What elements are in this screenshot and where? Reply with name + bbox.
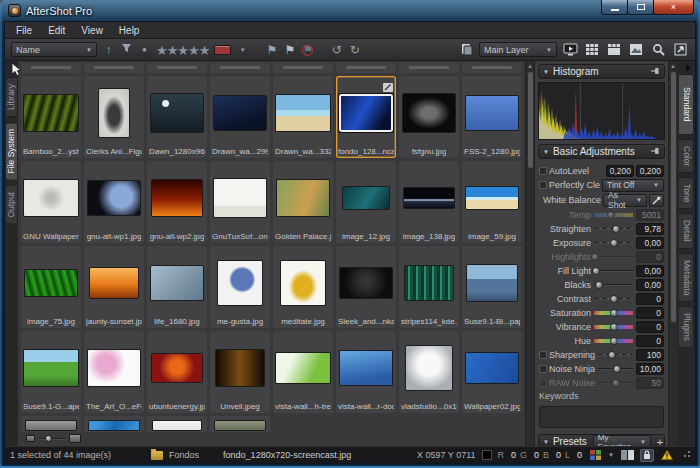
title-bar[interactable]: AfterShot Pro × [4, 0, 696, 21]
star-icon[interactable]: ★ [199, 43, 210, 58]
dual-image-icon[interactable] [620, 449, 634, 462]
contrast-slider[interactable] [593, 294, 634, 304]
presets-filter-dropdown[interactable]: My Favorites ▼ [593, 435, 651, 446]
thumbnail-cell[interactable]: fondo_128...ncast.jpg [336, 76, 396, 158]
thumbnail-cell[interactable]: image_75.jpg [21, 246, 81, 328]
magnifier-icon[interactable] [649, 41, 667, 58]
fill-light-slider-thumb[interactable] [592, 267, 600, 275]
thumbnail-cell[interactable]: Clerks Ani...Figure.jpg [84, 76, 144, 158]
raw-noise-slider[interactable] [597, 378, 634, 388]
menu-edit[interactable]: Edit [40, 24, 73, 37]
thumbnail-cell-partial[interactable] [273, 63, 333, 73]
right-tab-metadata[interactable]: Metadata [679, 253, 694, 302]
vibrance-slider[interactable] [593, 322, 634, 332]
basic-adjustments-header[interactable]: ▼ Basic Adjustments [538, 144, 665, 159]
saturation-slider[interactable] [593, 308, 634, 318]
thumbnail-zoom-control[interactable] [26, 434, 81, 443]
sort-by-dropdown[interactable]: Name ▼ [11, 42, 97, 57]
perfectly-clear-checkbox[interactable] [539, 181, 547, 189]
resize-grip[interactable] [682, 451, 690, 459]
highlights-slider-thumb[interactable] [591, 253, 599, 261]
thumbnail-view-icon[interactable] [583, 41, 601, 58]
sharpening-slider[interactable] [597, 350, 634, 360]
temp-slider[interactable] [593, 210, 634, 220]
thumbnail-cell[interactable]: image_138.jpg [399, 161, 459, 243]
slideshow-icon[interactable] [561, 41, 579, 58]
right-tab-color[interactable]: Color [679, 139, 694, 173]
maximize-button[interactable] [627, 0, 654, 15]
fill-light-slider[interactable] [593, 266, 634, 276]
checkered-flag-icon[interactable]: ⚑ [283, 44, 296, 56]
thumbnail-cell-partial[interactable] [84, 416, 144, 432]
thumbnail-cell-partial[interactable] [462, 63, 522, 73]
star-icon[interactable]: ★ [167, 43, 178, 58]
straighten-value[interactable]: 9,78 [636, 223, 664, 235]
highlights-value[interactable]: 0 [636, 251, 664, 263]
thumbnail-cell[interactable]: Drawn_wa...332_.jpg [273, 76, 333, 158]
noise-ninja-slider-thumb[interactable] [613, 365, 621, 373]
color-label-chevron-icon[interactable]: ▼ [236, 44, 249, 56]
menu-file[interactable]: File [8, 24, 40, 37]
thumbnail-cell-partial[interactable] [21, 63, 81, 73]
left-tab-file-system[interactable]: File System [6, 122, 18, 180]
noise-ninja-value[interactable]: 10,00 [636, 363, 664, 375]
sharpening-slider-thumb[interactable] [608, 351, 616, 359]
hue-value[interactable]: 0 [636, 335, 664, 347]
star-icon[interactable]: ★ [177, 43, 188, 58]
thumbnail-cell[interactable]: me-gusta.jpg [210, 246, 270, 328]
thumbnail-cell-partial[interactable] [21, 416, 81, 432]
menu-view[interactable]: View [73, 24, 111, 37]
right-panel-collapse-arrow[interactable] [686, 64, 691, 72]
noise-ninja-slider[interactable] [597, 364, 634, 374]
temp-value[interactable]: 5001 [636, 209, 664, 221]
color-management-icon[interactable] [588, 449, 602, 462]
thumbnail-cell[interactable]: vista-wall...h-tree.jpg [273, 331, 333, 413]
panel-scrollbar-thumb[interactable] [671, 72, 676, 322]
raw-noise-checkbox[interactable] [539, 379, 547, 387]
white-balance-dropdown[interactable]: As Shot ▼ [603, 194, 647, 207]
contrast-value[interactable]: 0 [636, 293, 664, 305]
pin-icon[interactable] [651, 146, 660, 157]
left-tab-output[interactable]: Output [6, 185, 18, 225]
thumbnail-cell-partial[interactable] [147, 416, 207, 432]
presets-header[interactable]: ▼ Presets My Favorites ▼ + [538, 434, 665, 446]
thumbnail-cell[interactable]: Suse9.1-Bl...papers.jpg [462, 246, 522, 328]
star-rating[interactable]: ★★★★★ [156, 41, 209, 59]
collapse-icon[interactable]: ▼ [543, 69, 549, 75]
layer-select-dropdown[interactable]: Main Layer ▼ [479, 42, 557, 57]
zoom-slider-thumb[interactable] [45, 435, 52, 442]
sort-ascending-icon[interactable]: ↑ [102, 44, 115, 56]
star-icon[interactable]: ★ [188, 43, 199, 58]
thumbnail-cell[interactable]: ubuntuenergy.jpg [147, 331, 207, 413]
thumbnail-cell[interactable]: GnuTuxSof...on-v1.jpg [210, 161, 270, 243]
color-label-swatch[interactable] [214, 45, 231, 55]
raw-noise-value[interactable]: 50 [636, 377, 664, 389]
flag-icon[interactable]: ⚑ [265, 44, 278, 56]
thumbnail-cell[interactable]: fsfgnu.jpg [399, 76, 459, 158]
blacks-slider[interactable] [593, 280, 634, 290]
thumbnail-cell[interactable]: GNU Wallpaper 2.jpg [21, 161, 81, 243]
panel-scrollbar[interactable]: ▲ [668, 61, 677, 446]
right-tab-detail[interactable]: Detail [679, 213, 694, 249]
pin-icon[interactable] [651, 66, 660, 77]
vibrance-value[interactable]: 0 [636, 321, 664, 333]
saturation-value[interactable]: 0 [636, 307, 664, 319]
browse-view-icon[interactable] [605, 41, 623, 58]
keywords-input[interactable] [539, 406, 664, 428]
highlights-slider[interactable] [593, 252, 634, 262]
chevron-down-icon[interactable]: ▼ [608, 452, 614, 458]
rotate-right-icon[interactable]: ↻ [348, 44, 361, 56]
collapse-icon[interactable]: ▼ [543, 149, 549, 155]
thumbnail-cell[interactable]: image_59.jpg [462, 161, 522, 243]
thumbnail-cell-partial[interactable] [210, 416, 270, 432]
add-preset-button[interactable]: + [655, 437, 665, 447]
thumbnail-cell[interactable]: Dawn_1280x960.jpg [147, 76, 207, 158]
sharpening-value[interactable]: 100 [636, 349, 664, 361]
rotate-left-icon[interactable]: ↺ [330, 44, 343, 56]
thumbnail-cell[interactable]: Bamboo_2...ysha.jpg [21, 76, 81, 158]
right-tab-tone[interactable]: Tone [679, 177, 694, 209]
thumbnail-cell[interactable]: image_12.jpg [336, 161, 396, 243]
thumbnail-cell[interactable]: Unveil.jpeg [210, 331, 270, 413]
star-icon[interactable]: ★ [156, 43, 167, 58]
filter-icon[interactable] [120, 43, 133, 56]
